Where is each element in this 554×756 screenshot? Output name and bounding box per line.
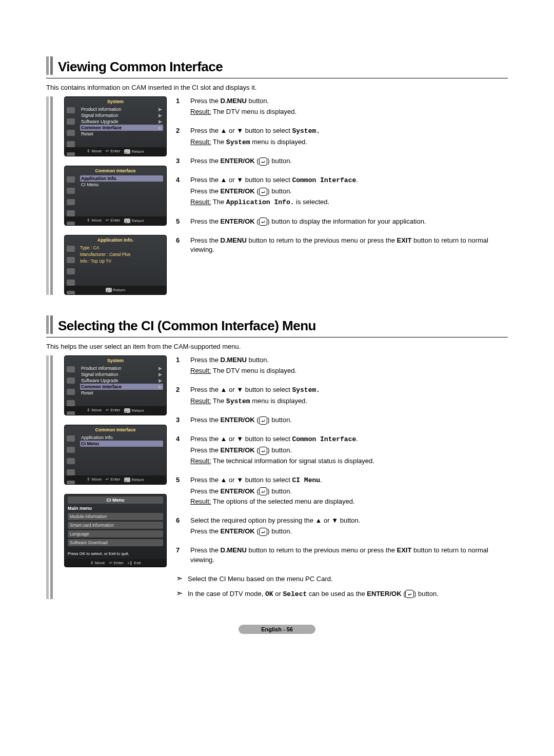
divider (46, 78, 508, 78)
enter-icon: ↵ (259, 157, 268, 166)
osd-footer: 。 Return (65, 286, 166, 294)
osd-icon (67, 152, 75, 156)
heading-decor (46, 315, 53, 334)
info-line: Info : Top Up TV (80, 258, 163, 265)
osd-ci-menu: CI Menu Main menu Module information Sma… (64, 494, 167, 567)
osd-icon (67, 130, 75, 136)
step: 3 Press the ENTER/OK (↵) button. (176, 156, 508, 167)
osd-common-interface: Common Interface Application Info. CI Me… (64, 166, 167, 226)
step: 6 Select the required option by pressing… (176, 516, 508, 538)
osd-side-icons (67, 107, 75, 156)
step: 6 Press the D.MENU button to return to t… (176, 236, 508, 256)
osd-item: CI Menu (80, 182, 163, 188)
page-number: English - 56 (239, 625, 315, 634)
note-arrow-icon: ➣ (176, 589, 183, 600)
enter-icon: ↵ (259, 188, 268, 196)
osd-side-icons (67, 246, 75, 295)
note-arrow-icon: ➣ (176, 574, 183, 584)
osd-system: System Product Information▶ Signal Infor… (64, 96, 167, 156)
osd-title: Application Info. (68, 237, 163, 243)
enter-icon: ↵ (259, 447, 268, 455)
step: 1 Press the D.MENU button. Result: The D… (176, 96, 508, 118)
section-viewing-ci: Viewing Common Interface This contains i… (46, 56, 508, 295)
osd-title: Common Interface (68, 168, 163, 173)
osd-item: Signal Information▶ (80, 112, 163, 118)
enter-icon: ↵ (259, 217, 268, 226)
step: 1 Press the D.MENU button. Result: The D… (176, 355, 508, 377)
section-title: Selecting the CI (Common Interface) Menu (58, 318, 316, 334)
section-title: Viewing Common Interface (58, 59, 223, 75)
steps-column: 1 Press the D.MENU button. Result: The D… (176, 355, 508, 599)
osd-icon (67, 118, 75, 125)
osd-footer: ⇕ Move ↵ Enter 。 Return (65, 216, 166, 225)
section-intro: This helps the user select an item from … (46, 343, 508, 350)
osd-item-selected: Common Interface▶ (80, 125, 163, 131)
osd-item: Software Upgrade▶ (80, 118, 163, 125)
note: ➣ In the case of DTV mode, OK or Select … (176, 589, 508, 600)
note: ➣ Select the CI Menu based on the menu P… (176, 574, 508, 584)
screenshots-column: System Product Information▶ Signal Infor… (64, 355, 167, 567)
divider (46, 337, 508, 337)
step: 5 Press the ▲ or ▼ button to select CI M… (176, 475, 508, 508)
screenshots-column: System Product Information▶ Signal Infor… (64, 96, 167, 295)
osd-common-interface: Common Interface Application Info. CI Me… (64, 425, 167, 485)
step: 7 Press the D.MENU button to return to t… (176, 546, 508, 566)
osd-footer: ⇕ Move ↵ Enter 。 Return (65, 147, 166, 156)
osd-system: System Product Information▶ Signal Infor… (64, 355, 167, 415)
step: 4 Press the ▲ or ▼ button to select Comm… (176, 175, 508, 209)
step: 3 Press the ENTER/OK (↵) button. (176, 415, 508, 426)
enter-icon: ↵ (259, 528, 268, 536)
left-edge-decor (46, 355, 53, 599)
step: 4 Press the ▲ or ▼ button to select Comm… (176, 434, 508, 467)
section-selecting-ci-menu: Selecting the CI (Common Interface) Menu… (46, 315, 508, 599)
step: 2 Press the ▲ or ▼ button to select Syst… (176, 126, 508, 149)
step: 5 Press the ENTER/OK (↵) button to displ… (176, 217, 508, 228)
step: 2 Press the ▲ or ▼ button to select Syst… (176, 385, 508, 408)
enter-icon: ↵ (405, 590, 414, 598)
osd-icon (67, 141, 75, 147)
left-edge-decor (46, 96, 53, 295)
osd-application-info: Application Info. Type : CA Manufacturer… (64, 235, 167, 295)
section-intro: This contains information on CAM inserte… (46, 84, 508, 91)
info-line: Type : CA (80, 245, 163, 251)
enter-icon: ↵ (259, 416, 268, 425)
osd-item-selected: Application Info. (80, 175, 163, 182)
enter-icon: ↵ (259, 487, 268, 495)
osd-item: Product Information▶ (80, 106, 163, 112)
info-line: Manufacturer : Canal Plus (80, 251, 163, 258)
heading-decor (46, 56, 53, 75)
osd-title: System (68, 99, 163, 104)
osd-item: Reset (80, 131, 163, 137)
osd-side-icons (67, 176, 75, 226)
osd-icon (67, 107, 75, 113)
steps-column: 1 Press the D.MENU button. Result: The D… (176, 96, 508, 264)
